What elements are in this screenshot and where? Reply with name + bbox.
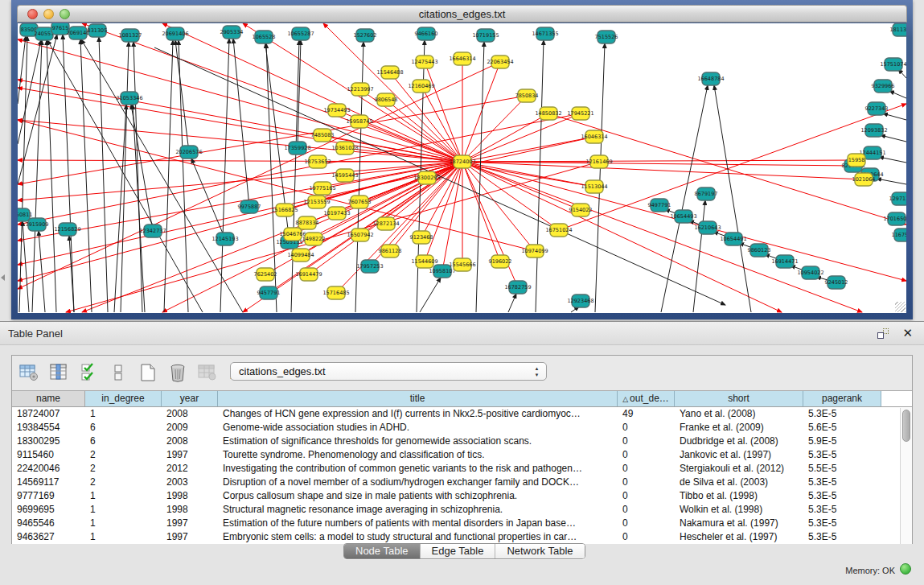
table-cell[interactable]: Corpus callosum shape and size in male p… bbox=[218, 490, 618, 504]
new-table-icon[interactable] bbox=[136, 360, 160, 385]
graph-node[interactable]: 7485083 bbox=[311, 129, 335, 142]
graph-node[interactable]: 10654491 bbox=[720, 233, 746, 245]
graph-node[interactable]: 7625402 bbox=[254, 268, 277, 281]
graph-node[interactable]: 2069140 bbox=[67, 27, 90, 39]
table-cell[interactable]: 0 bbox=[618, 476, 675, 490]
table-cell[interactable]: 2 bbox=[85, 449, 162, 463]
table-row[interactable]: 1830029562008Estimation of significance … bbox=[12, 435, 888, 449]
graph-node[interactable]: 9154022 bbox=[569, 204, 593, 216]
table-cell[interactable]: Tourette syndrome. Phenomenology and cla… bbox=[218, 449, 618, 463]
table-row[interactable]: 977716911998Corpus callosum shape and si… bbox=[12, 490, 888, 504]
citation-edge-selected[interactable] bbox=[462, 113, 548, 162]
citation-edge[interactable] bbox=[714, 85, 751, 312]
graph-node[interactable]: 9227343 bbox=[865, 102, 889, 115]
column-header-out_de[interactable]: △out_de… bbox=[618, 391, 675, 406]
graph-node[interactable]: 10974099 bbox=[521, 245, 548, 257]
graph-node[interactable]: 9497791 bbox=[648, 199, 671, 212]
table-cell[interactable]: Estimation of significance thresholds fo… bbox=[218, 435, 618, 449]
graph-node[interactable]: 12213997 bbox=[347, 83, 373, 96]
graph-node[interactable]: 10655287 bbox=[287, 27, 314, 40]
table-cell[interactable]: 0 bbox=[618, 435, 675, 449]
column-header-short[interactable]: short bbox=[675, 391, 803, 406]
table-cell[interactable]: 1997 bbox=[162, 449, 218, 463]
citation-edge[interactable] bbox=[80, 39, 92, 312]
table-row[interactable]: 946362711997Embryonic stem cells: a mode… bbox=[12, 531, 888, 544]
table-cell[interactable]: 19384554 bbox=[12, 422, 85, 435]
table-cell[interactable]: Yano et al. (2008) bbox=[675, 408, 803, 422]
table-cell[interactable]: Stergiakouli et al. (2012) bbox=[675, 463, 803, 476]
table-cell[interactable]: 5.3E-5 bbox=[803, 517, 881, 531]
citation-edge[interactable] bbox=[476, 42, 484, 312]
graph-node[interactable]: 15716485 bbox=[322, 286, 349, 299]
graph-node[interactable]: 10954022 bbox=[797, 266, 823, 279]
graph-node[interactable]: 9860123 bbox=[748, 244, 771, 257]
graph-node[interactable]: 1811304 bbox=[890, 23, 906, 36]
graph-node[interactable]: 7850834 bbox=[515, 89, 539, 102]
table-row[interactable]: 1456911722003Disruption of a novel membe… bbox=[12, 476, 888, 490]
table-cell[interactable]: 1 bbox=[85, 504, 162, 517]
table-row[interactable]: 969969511998Structural magnetic resonanc… bbox=[12, 504, 888, 517]
network-window-titlebar[interactable]: citations_edges.txt bbox=[17, 5, 907, 23]
graph-node[interactable]: 12161469 bbox=[585, 155, 612, 168]
citation-edge[interactable] bbox=[99, 37, 108, 312]
table-cell[interactable]: 0 bbox=[618, 449, 675, 463]
table-cell[interactable]: 1 bbox=[85, 408, 162, 422]
column-header-pagerank[interactable]: pagerank bbox=[803, 391, 881, 406]
table-row[interactable]: 911546021997Tourette syndrome. Phenomeno… bbox=[12, 449, 888, 463]
citation-edge[interactable] bbox=[18, 40, 41, 144]
citation-edge-selected[interactable] bbox=[18, 88, 594, 187]
panel-collapse-arrow-icon[interactable] bbox=[1, 274, 5, 281]
graph-node[interactable]: 12093832 bbox=[860, 124, 887, 137]
graph-node[interactable]: 16648784 bbox=[697, 72, 724, 85]
table-cell[interactable]: 0 bbox=[618, 517, 675, 531]
citation-edge[interactable] bbox=[536, 40, 544, 312]
citation-edge[interactable] bbox=[881, 135, 906, 142]
graph-node[interactable]: 14671355 bbox=[532, 27, 558, 40]
graph-node[interactable]: 16646314 bbox=[449, 52, 475, 65]
graph-node[interactable]: 9975887 bbox=[238, 200, 261, 213]
graph-node[interactable]: 21053346 bbox=[116, 92, 142, 105]
citation-edge-selected[interactable] bbox=[18, 80, 462, 162]
column-header-year[interactable]: year bbox=[162, 391, 218, 406]
citation-edge[interactable] bbox=[133, 42, 142, 312]
table-row[interactable]: 946554611997Estimation of the future num… bbox=[12, 517, 888, 531]
graph-node[interactable]: 20691406 bbox=[162, 27, 188, 40]
graph-node[interactable]: 9457791 bbox=[257, 286, 281, 299]
citation-edge[interactable] bbox=[191, 159, 225, 239]
table-cell[interactable]: 6 bbox=[85, 422, 162, 435]
table-cell[interactable]: Genome-wide association studies in ADHD. bbox=[218, 422, 618, 435]
graph-node[interactable]: 9806548 bbox=[375, 93, 398, 106]
graph-node[interactable]: 12156829 bbox=[54, 223, 80, 236]
table-cell[interactable]: 9115460 bbox=[12, 449, 85, 463]
table-row[interactable]: 1938455462009Genome-wide association stu… bbox=[12, 422, 888, 435]
table-cell[interactable]: 2009 bbox=[162, 422, 218, 435]
table-cell[interactable]: Changes of HCN gene expression and I(f) … bbox=[218, 408, 618, 422]
graph-node[interactable]: 1527602 bbox=[354, 29, 377, 42]
citation-edge[interactable] bbox=[420, 278, 441, 312]
float-panel-icon[interactable] bbox=[877, 328, 889, 339]
memory-status-icon[interactable] bbox=[900, 563, 911, 575]
table-selector-dropdown[interactable]: citations_edges.txt ▲▼ bbox=[230, 362, 547, 381]
table-cell[interactable]: 2008 bbox=[162, 435, 218, 449]
graph-node[interactable]: 10197433 bbox=[323, 207, 350, 220]
graph-node[interactable]: 1081327 bbox=[119, 29, 142, 42]
table-row[interactable]: 2242004622012Investigating the contribut… bbox=[12, 463, 888, 476]
table-cell[interactable]: 1998 bbox=[162, 490, 218, 504]
table-cell[interactable]: Investigating the contribution of common… bbox=[218, 463, 618, 476]
graph-node[interactable]: 16914471 bbox=[771, 255, 798, 268]
table-scrollbar[interactable] bbox=[900, 408, 912, 544]
graph-node[interactable]: 16046314 bbox=[581, 130, 607, 143]
table-options-icon[interactable] bbox=[17, 360, 41, 385]
graph-node[interactable]: 10361028 bbox=[331, 142, 358, 154]
citation-edge-selected[interactable] bbox=[82, 23, 462, 162]
table-cell[interactable]: 1997 bbox=[162, 531, 218, 544]
table-cell[interactable]: 5.3E-5 bbox=[803, 531, 881, 544]
table-cell[interactable]: 5.6E-5 bbox=[803, 422, 881, 435]
table-cell[interactable]: 1997 bbox=[162, 517, 218, 531]
show-columns-icon[interactable] bbox=[47, 360, 71, 385]
graph-node[interactable]: 1167533 bbox=[892, 229, 906, 241]
table-cell[interactable]: 5.3E-5 bbox=[803, 490, 881, 504]
graph-node[interactable]: 17957253 bbox=[356, 260, 383, 273]
citation-edge[interactable] bbox=[883, 113, 906, 120]
table-cell[interactable]: 5.3E-5 bbox=[803, 449, 881, 463]
